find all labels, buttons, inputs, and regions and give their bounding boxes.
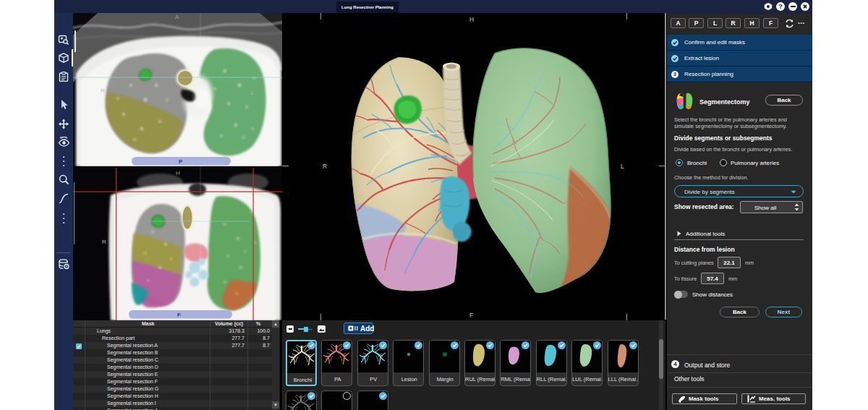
- svg-text:R: R: [101, 87, 105, 94]
- svg-text:H: H: [469, 16, 474, 23]
- svg-text:L: L: [621, 163, 624, 170]
- svg-text:F: F: [177, 312, 181, 318]
- svg-text:F: F: [469, 312, 473, 319]
- svg-text:R: R: [323, 163, 327, 170]
- svg-text:R: R: [102, 239, 106, 245]
- svg-text:L: L: [251, 90, 255, 96]
- svg-text:L: L: [254, 239, 258, 245]
- svg-text:H: H: [176, 170, 180, 176]
- svg-text:P: P: [179, 158, 183, 165]
- svg-text:A: A: [175, 14, 179, 20]
